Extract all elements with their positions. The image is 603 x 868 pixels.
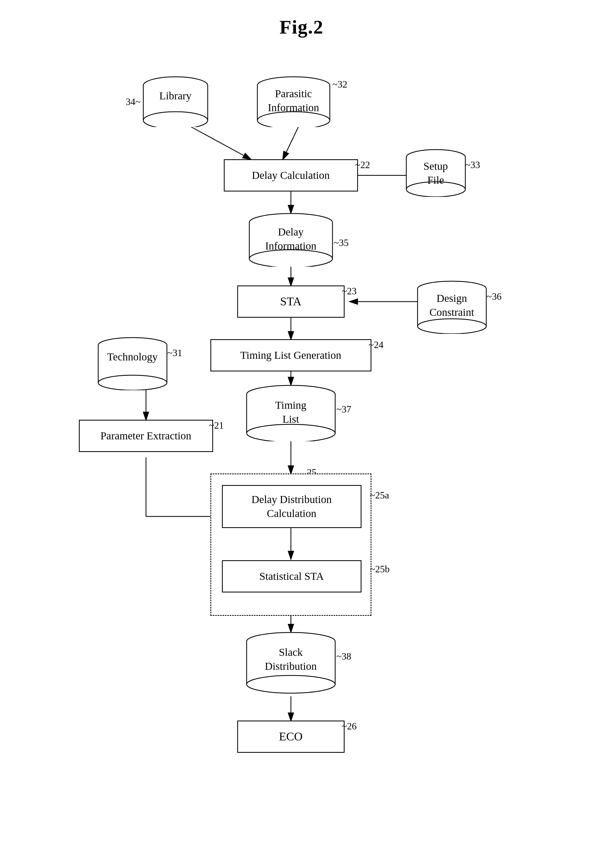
param-extraction-node: Parameter Extraction — [79, 420, 213, 452]
dashed-outer-box: Delay DistributionCalculation Statistica… — [210, 473, 371, 616]
timing-list-gen-node: Timing List Generation — [210, 339, 371, 371]
svg-point-20 — [143, 112, 208, 127]
svg-line-1 — [189, 126, 250, 159]
library-node: Library — [141, 76, 210, 128]
param-extraction-id: ~21 — [209, 420, 224, 431]
parasitic-id: ~32 — [332, 79, 347, 90]
setup-file-label: SetupFile — [404, 159, 468, 187]
slack-dist-id: ~38 — [337, 651, 351, 662]
page: Fig.2 — [0, 0, 603, 868]
svg-point-45 — [98, 375, 167, 390]
slack-dist-node: SlackDistribution — [243, 632, 339, 695]
timing-list-label: TimingList — [243, 398, 339, 426]
delay-calc-id: ~22 — [355, 159, 370, 170]
delay-info-node: DelayInformation — [245, 213, 337, 268]
diagram: Library 34~ ParasiticInformation ~32 Del… — [60, 54, 543, 860]
timing-list-id: ~37 — [337, 404, 351, 415]
parasitic-node: ParasiticInformation — [254, 76, 334, 128]
delay-calc-node: Delay Calculation — [224, 159, 358, 192]
svg-point-40 — [417, 319, 486, 334]
timing-list-node: TimingList — [243, 385, 339, 442]
delay-dist-calc-node: Delay DistributionCalculation — [222, 485, 362, 528]
sta-id: ~23 — [342, 285, 357, 297]
delay-dist-id: ~25a — [370, 490, 389, 501]
setup-file-id: ~33 — [465, 159, 480, 170]
technology-id: ~31 — [167, 347, 182, 358]
design-constraint-label: DesignConstraint — [414, 291, 490, 319]
slack-dist-label: SlackDistribution — [243, 645, 339, 673]
technology-node: Technology — [95, 336, 170, 391]
library-label: Library — [141, 90, 210, 102]
svg-line-2 — [283, 126, 299, 159]
setup-file-node: SetupFile — [404, 149, 468, 198]
eco-id: ~26 — [342, 721, 357, 732]
design-constraint-node: DesignConstraint — [414, 280, 490, 335]
svg-point-50 — [247, 424, 335, 441]
technology-label: Technology — [95, 350, 170, 364]
library-id: 34~ — [126, 96, 141, 107]
svg-point-57 — [247, 676, 335, 693]
timing-list-gen-id: ~24 — [369, 339, 383, 350]
sta-node: STA — [237, 285, 345, 318]
statistical-sta-node: Statistical STA — [222, 560, 362, 592]
delay-info-label: DelayInformation — [245, 225, 337, 253]
design-constraint-id: ~36 — [487, 291, 502, 302]
stat-sta-id: ~25b — [370, 563, 390, 575]
parasitic-label: ParasiticInformation — [254, 87, 334, 115]
figure-title: Fig.2 — [280, 16, 324, 39]
eco-node: ECO — [237, 721, 345, 753]
delay-info-id: ~35 — [334, 237, 349, 248]
